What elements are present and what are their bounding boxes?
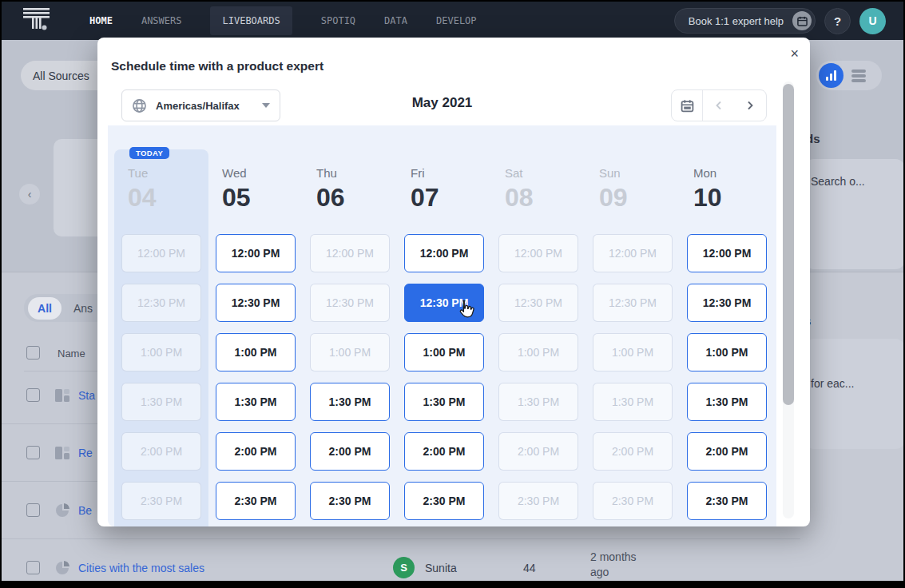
timeslot-mon-230pm[interactable]: 2:30 PM (687, 482, 767, 520)
scrollbar-thumb[interactable] (783, 84, 794, 405)
timeslot-thu-230pm[interactable]: 2:30 PM (310, 482, 390, 520)
schedule-modal: × Schedule time with a product expert Am… (97, 38, 810, 526)
nav-items: HOMEANSWERSLIVEBOARDSSPOTIQDATADEVELOP (89, 6, 477, 35)
timeslot-sat-1230pm: 12:30 PM (498, 284, 578, 322)
nav-item-liveboards[interactable]: LIVEBOARDS (210, 6, 292, 35)
timeslot-sat-200pm: 2:00 PM (498, 432, 578, 471)
day-header: Sat08 (491, 125, 585, 234)
top-nav: HOMEANSWERSLIVEBOARDSSPOTIQDATADEVELOP B… (2, 2, 903, 40)
row-title-link[interactable]: Re (78, 447, 93, 459)
calendar-icon (681, 99, 694, 113)
nav-item-develop[interactable]: DEVELOP (436, 6, 477, 35)
timeslot-tue-1230pm: 12:30 PM (121, 284, 201, 322)
day-name: Sat (505, 167, 585, 179)
help-button[interactable]: ? (824, 8, 851, 34)
nav-item-data[interactable]: DATA (384, 6, 407, 35)
timeslot-thu-1200pm: 12:00 PM (310, 234, 390, 272)
carousel-back-button[interactable]: ‹ (19, 184, 40, 205)
row-title-link[interactable]: Cities with the most sales (78, 562, 204, 574)
book-expert-label: Book 1:1 expert help (689, 15, 784, 27)
row-checkbox[interactable] (26, 388, 40, 402)
timeslot-wed-200pm[interactable]: 2:00 PM (216, 432, 296, 471)
author-avatar: S (393, 557, 415, 578)
chart-view-toggle[interactable] (816, 61, 882, 90)
day-number: 06 (316, 184, 397, 211)
timeslot-wed-230pm[interactable]: 2:30 PM (216, 482, 296, 520)
tab-all[interactable]: All (28, 297, 62, 320)
nav-item-spotiq[interactable]: SPOTIQ (321, 6, 355, 35)
today-badge: TODAY (129, 147, 169, 159)
bar-chart-icon[interactable] (819, 63, 843, 88)
day-name: Sun (599, 167, 680, 179)
day-header: Thu06 (303, 125, 397, 234)
nav-item-home[interactable]: HOME (89, 6, 113, 35)
timeslot-fri-130pm[interactable]: 1:30 PM (404, 383, 484, 421)
timeslot-fri-230pm[interactable]: 2:30 PM (404, 482, 484, 520)
row-title-link[interactable]: Be (78, 504, 92, 517)
calendar-view-button[interactable] (672, 90, 703, 121)
timeslot-wed-1200pm[interactable]: 12:00 PM (216, 234, 296, 272)
timeslot-sat-130pm: 1:30 PM (498, 383, 578, 421)
timeslot-tue-200pm: 2:00 PM (121, 432, 201, 471)
timeslot-mon-100pm[interactable]: 1:00 PM (687, 333, 767, 371)
timeslot-thu-1230pm: 12:30 PM (310, 284, 390, 322)
timeslot-fri-100pm[interactable]: 1:00 PM (404, 333, 484, 371)
modal-title: Schedule time with a product expert (111, 59, 323, 74)
timeslot-mon-1230pm[interactable]: 12:30 PM (687, 284, 767, 322)
row-views: 44 (523, 562, 536, 574)
screen: All Sources ‹ ds Search o... s for eac..… (2, 2, 903, 581)
day-column-mon: Mon1012:00 PM12:30 PM1:00 PM1:30 PM2:00 … (680, 125, 774, 526)
table-row: Cities with the most salesSSunita442 mon… (2, 539, 800, 581)
timeslot-sun-1230pm: 12:30 PM (593, 284, 673, 322)
close-icon[interactable]: × (790, 46, 799, 62)
prev-week-button[interactable] (703, 90, 735, 121)
day-name: Tue (128, 167, 208, 179)
timeslot-fri-200pm[interactable]: 2:00 PM (404, 432, 484, 471)
timeslot-sat-230pm: 2:30 PM (498, 482, 578, 520)
timeslot-sun-230pm: 2:30 PM (593, 482, 673, 520)
next-week-button[interactable] (735, 90, 767, 121)
tab-answers-fragment[interactable]: Ans (73, 302, 93, 315)
search-card[interactable]: Search o... (804, 159, 903, 269)
timeslot-sun-200pm: 2:00 PM (593, 432, 673, 471)
row-title-link[interactable]: Sta (78, 389, 95, 402)
timeslot-wed-1230pm[interactable]: 12:30 PM (216, 284, 296, 322)
for-each-card[interactable]: for eac... (804, 339, 903, 449)
timeslot-tue-230pm: 2:30 PM (121, 482, 201, 520)
day-header: Mon10 (680, 125, 774, 234)
timeslot-sun-130pm: 1:30 PM (593, 383, 673, 421)
user-avatar[interactable]: U (859, 8, 886, 34)
timeslot-sat-100pm: 1:00 PM (498, 333, 578, 371)
day-column-sun: Sun0912:00 PM12:30 PM1:00 PM1:30 PM2:00 … (585, 125, 680, 526)
day-header: Sun09 (585, 125, 680, 234)
day-column-fri: Fri0712:00 PM12:30 PM1:00 PM1:30 PM2:00 … (397, 125, 491, 526)
timeslot-wed-130pm[interactable]: 1:30 PM (216, 383, 296, 421)
book-expert-button[interactable]: Book 1:1 expert help (674, 8, 816, 34)
row-checkbox[interactable] (26, 446, 40, 459)
timeslot-mon-200pm[interactable]: 2:00 PM (687, 432, 767, 471)
thoughtspot-logo[interactable] (19, 6, 53, 36)
nav-right: Book 1:1 expert help ? U (674, 8, 886, 34)
day-header: Wed05 (208, 125, 303, 234)
row-checkbox[interactable] (26, 561, 40, 574)
liveboard-icon (54, 387, 70, 407)
day-number: 09 (599, 184, 680, 211)
day-column-wed: Wed0512:00 PM12:30 PM1:00 PM1:30 PM2:00 … (208, 125, 303, 526)
day-number: 04 (128, 184, 208, 211)
timeslot-fri-1200pm[interactable]: 12:00 PM (404, 234, 484, 272)
modal-scrollbar[interactable] (783, 81, 794, 518)
timeslot-wed-100pm[interactable]: 1:00 PM (216, 333, 296, 371)
select-all-checkbox[interactable] (26, 346, 40, 360)
chevron-left-icon (713, 100, 724, 111)
row-checkbox[interactable] (26, 503, 40, 517)
timeslot-mon-1200pm[interactable]: 12:00 PM (687, 234, 767, 272)
timeslot-sat-1200pm: 12:00 PM (498, 234, 578, 272)
data-stack-icon[interactable] (850, 69, 867, 83)
nav-item-answers[interactable]: ANSWERS (141, 6, 182, 35)
day-number: 07 (411, 184, 491, 211)
day-column-sat: Sat0812:00 PM12:30 PM1:00 PM1:30 PM2:00 … (491, 125, 585, 526)
timeslot-mon-130pm[interactable]: 1:30 PM (687, 383, 767, 421)
timeslot-thu-200pm[interactable]: 2:00 PM (310, 432, 390, 471)
timeslot-thu-130pm[interactable]: 1:30 PM (310, 383, 390, 421)
day-header: Tue04 (114, 125, 208, 234)
